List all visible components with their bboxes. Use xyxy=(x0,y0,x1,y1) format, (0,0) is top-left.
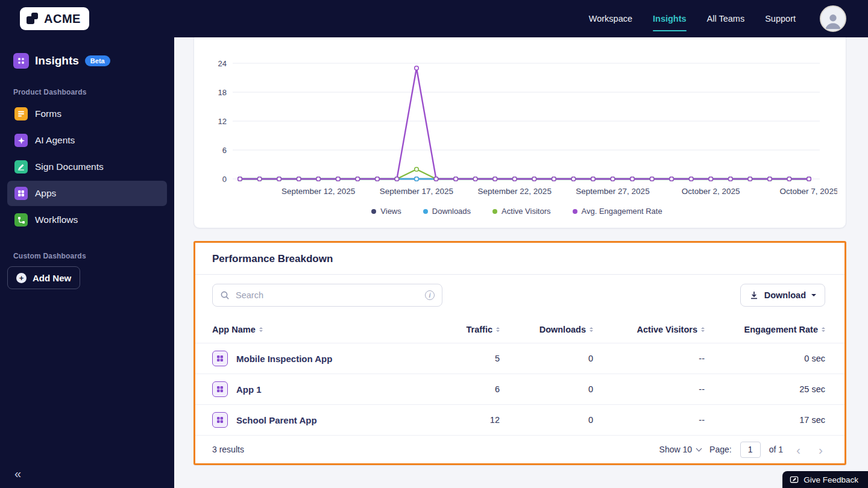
active-visitors-dot-icon xyxy=(492,209,497,214)
app-grid-icon xyxy=(212,412,228,428)
svg-text:6: 6 xyxy=(222,146,227,155)
table-row[interactable]: School Parent App 12 0 -- 17 sec xyxy=(195,405,844,436)
workflows-icon xyxy=(14,213,28,227)
legend-avg-engagement-rate[interactable]: Avg. Engagement Rate xyxy=(573,207,662,216)
engagement-rate-value: 25 sec xyxy=(705,384,825,394)
sidebar-item-label: AI Agents xyxy=(35,135,75,146)
svg-text:18: 18 xyxy=(218,88,227,97)
svg-text:October 2, 2025: October 2, 2025 xyxy=(682,187,740,196)
forms-icon xyxy=(14,107,28,120)
sidebar-item-label: Workflows xyxy=(35,214,78,225)
feedback-icon xyxy=(790,475,799,484)
engagement-rate-value: 0 sec xyxy=(705,354,825,363)
acme-logo[interactable]: ACME xyxy=(20,7,89,30)
sidebar-item-ai-agents[interactable]: AI Agents xyxy=(7,128,167,153)
app-name: School Parent App xyxy=(236,415,317,425)
table-row[interactable]: App 1 6 0 -- 25 sec xyxy=(195,374,844,405)
traffic-value: 5 xyxy=(427,354,500,363)
svg-text:September 12, 2025: September 12, 2025 xyxy=(281,187,355,196)
download-icon xyxy=(749,290,759,300)
page-of-label: of 1 xyxy=(769,445,783,454)
app-root: ACME Workspace Insights All Teams Suppor… xyxy=(0,0,868,488)
active-visitors-value: -- xyxy=(593,354,705,363)
legend-active-visitors[interactable]: Active Visitors xyxy=(492,207,550,216)
user-avatar[interactable] xyxy=(820,5,846,32)
top-bar: ACME Workspace Insights All Teams Suppor… xyxy=(0,0,868,37)
col-traffic[interactable]: Traffic xyxy=(427,325,500,334)
page-label: Page: xyxy=(709,445,732,454)
insights-app-icon xyxy=(13,53,29,69)
chart-legend: Views Downloads Active Visitors Avg. Eng… xyxy=(198,207,836,216)
active-visitors-value: -- xyxy=(593,415,705,425)
acme-logo-text: ACME xyxy=(44,12,81,26)
show-page-size-select[interactable]: Show 10 xyxy=(659,445,701,454)
views-dot-icon xyxy=(371,209,376,214)
apps-icon xyxy=(14,187,28,200)
chevron-down-icon xyxy=(811,294,816,299)
downloads-value: 0 xyxy=(500,384,593,394)
next-page-icon[interactable]: › xyxy=(814,443,828,456)
page-number-input[interactable] xyxy=(740,442,761,458)
download-button[interactable]: Download xyxy=(740,284,825,307)
nav-support[interactable]: Support xyxy=(765,14,796,23)
sidebar-collapse-icon[interactable]: « xyxy=(14,467,21,481)
trend-chart-card: 06121824September 12, 2025September 17, … xyxy=(193,37,846,228)
section-custom-dashboards: Custom Dashboards xyxy=(13,252,174,260)
trend-chart: 06121824September 12, 2025September 17, … xyxy=(198,37,837,202)
sidebar: Insights Beta Product Dashboards Forms A… xyxy=(0,37,174,488)
main-content: 06121824September 12, 2025September 17, … xyxy=(174,37,868,488)
sidebar-item-forms[interactable]: Forms xyxy=(7,101,167,127)
app-grid-icon xyxy=(212,351,228,366)
info-icon[interactable]: i xyxy=(425,290,435,300)
performance-breakdown-card: Performance Breakdown i Download xyxy=(193,241,846,465)
legend-downloads[interactable]: Downloads xyxy=(423,207,471,216)
app-cell: App 1 xyxy=(212,381,427,397)
col-app-name[interactable]: App Name xyxy=(212,325,427,334)
svg-text:September 22, 2025: September 22, 2025 xyxy=(478,187,552,196)
app-name: Mobile Inspection App xyxy=(236,354,332,364)
traffic-value: 6 xyxy=(427,384,500,394)
sidebar-product-header: Insights Beta xyxy=(13,53,174,69)
svg-text:September 27, 2025: September 27, 2025 xyxy=(576,187,649,196)
traffic-value: 12 xyxy=(427,415,500,425)
app-grid-icon xyxy=(212,381,228,397)
download-label: Download xyxy=(764,290,806,300)
results-count: 3 results xyxy=(212,445,244,454)
sidebar-item-label: Apps xyxy=(35,188,56,199)
sort-icon xyxy=(822,327,825,332)
sidebar-item-apps[interactable]: Apps xyxy=(7,181,167,206)
prev-page-icon[interactable]: ‹ xyxy=(791,443,805,456)
plus-icon: + xyxy=(16,273,27,283)
downloads-dot-icon xyxy=(423,209,428,214)
sign-documents-icon xyxy=(14,160,28,174)
nav-workspace[interactable]: Workspace xyxy=(589,14,632,23)
search-icon xyxy=(220,290,230,300)
svg-text:12: 12 xyxy=(218,117,227,126)
svg-text:0: 0 xyxy=(222,175,227,184)
add-new-button[interactable]: + Add New xyxy=(7,266,80,289)
svg-text:24: 24 xyxy=(218,59,227,68)
sidebar-item-workflows[interactable]: Workflows xyxy=(7,207,167,233)
feedback-label: Give Feedback xyxy=(804,475,858,484)
col-engagement-rate[interactable]: Engagement Rate xyxy=(705,325,825,334)
nav-all-teams[interactable]: All Teams xyxy=(707,14,745,23)
active-visitors-value: -- xyxy=(593,384,705,394)
col-downloads[interactable]: Downloads xyxy=(500,325,593,334)
give-feedback-button[interactable]: Give Feedback xyxy=(782,471,868,488)
pagination-controls: Show 10 Page: of 1 ‹ › xyxy=(659,442,828,458)
app-cell: Mobile Inspection App xyxy=(212,351,427,366)
engagement-rate-value: 17 sec xyxy=(705,415,825,425)
ai-agents-icon xyxy=(14,134,28,147)
search-input[interactable] xyxy=(236,290,419,300)
svg-text:September 17, 2025: September 17, 2025 xyxy=(380,187,453,196)
sidebar-item-sign-documents[interactable]: Sign Documents xyxy=(7,154,167,180)
nav-insights[interactable]: Insights xyxy=(653,14,687,23)
downloads-value: 0 xyxy=(500,415,593,425)
chevron-down-icon xyxy=(696,446,702,452)
legend-views[interactable]: Views xyxy=(371,207,401,216)
top-nav: Workspace Insights All Teams Support xyxy=(589,5,868,32)
performance-breakdown-title: Performance Breakdown xyxy=(195,243,844,275)
col-active-visitors[interactable]: Active Visitors xyxy=(593,325,705,334)
table-row[interactable]: Mobile Inspection App 5 0 -- 0 sec xyxy=(195,343,844,374)
sidebar-item-label: Sign Documents xyxy=(35,161,104,172)
